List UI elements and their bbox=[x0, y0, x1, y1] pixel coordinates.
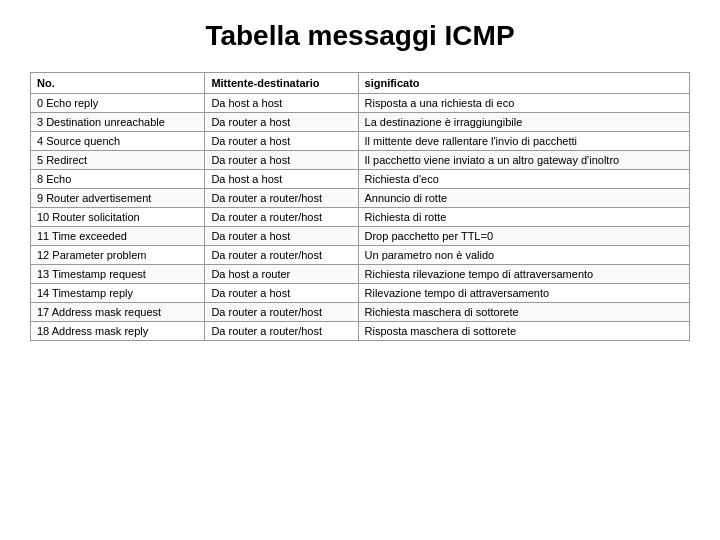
table-row: 0 Echo replyDa host a hostRisposta a una… bbox=[31, 94, 690, 113]
table-row: 10 Router solicitationDa router a router… bbox=[31, 208, 690, 227]
cell-r1-c0: 3 Destination unreachable bbox=[31, 113, 205, 132]
table-row: 5 RedirectDa router a hostIl pacchetto v… bbox=[31, 151, 690, 170]
col-header-mittente: Mittente-destinatario bbox=[205, 73, 358, 94]
cell-r11-c2: Richiesta maschera di sottorete bbox=[358, 303, 689, 322]
cell-r0-c2: Risposta a una richiesta di eco bbox=[358, 94, 689, 113]
table-row: 8 EchoDa host a hostRichiesta d'eco bbox=[31, 170, 690, 189]
cell-r12-c0: 18 Address mask reply bbox=[31, 322, 205, 341]
cell-r10-c0: 14 Timestamp reply bbox=[31, 284, 205, 303]
cell-r0-c0: 0 Echo reply bbox=[31, 94, 205, 113]
cell-r6-c0: 10 Router solicitation bbox=[31, 208, 205, 227]
cell-r7-c0: 11 Time exceeded bbox=[31, 227, 205, 246]
cell-r3-c2: Il pacchetto viene inviato a un altro ga… bbox=[358, 151, 689, 170]
cell-r8-c0: 12 Parameter problem bbox=[31, 246, 205, 265]
table-row: 14 Timestamp replyDa router a hostRileva… bbox=[31, 284, 690, 303]
cell-r8-c1: Da router a router/host bbox=[205, 246, 358, 265]
col-header-significato: significato bbox=[358, 73, 689, 94]
cell-r0-c1: Da host a host bbox=[205, 94, 358, 113]
cell-r11-c0: 17 Address mask request bbox=[31, 303, 205, 322]
cell-r9-c1: Da host a router bbox=[205, 265, 358, 284]
table-row: 4 Source quenchDa router a hostIl mitten… bbox=[31, 132, 690, 151]
table-row: 18 Address mask replyDa router a router/… bbox=[31, 322, 690, 341]
cell-r3-c1: Da router a host bbox=[205, 151, 358, 170]
col-header-no: No. bbox=[31, 73, 205, 94]
cell-r3-c0: 5 Redirect bbox=[31, 151, 205, 170]
table-row: 9 Router advertisementDa router a router… bbox=[31, 189, 690, 208]
table-row: 17 Address mask requestDa router a route… bbox=[31, 303, 690, 322]
cell-r4-c1: Da host a host bbox=[205, 170, 358, 189]
cell-r9-c0: 13 Timestamp request bbox=[31, 265, 205, 284]
icmp-table: No. Mittente-destinatario significato 0 … bbox=[30, 72, 690, 341]
cell-r8-c2: Un parametro non è valido bbox=[358, 246, 689, 265]
cell-r5-c0: 9 Router advertisement bbox=[31, 189, 205, 208]
cell-r10-c2: Rilevazione tempo di attraversamento bbox=[358, 284, 689, 303]
cell-r2-c0: 4 Source quench bbox=[31, 132, 205, 151]
cell-r6-c1: Da router a router/host bbox=[205, 208, 358, 227]
cell-r11-c1: Da router a router/host bbox=[205, 303, 358, 322]
page: Tabella messaggi ICMP No. Mittente-desti… bbox=[0, 0, 720, 540]
cell-r4-c2: Richiesta d'eco bbox=[358, 170, 689, 189]
table-row: 3 Destination unreachableDa router a hos… bbox=[31, 113, 690, 132]
cell-r5-c2: Annuncio di rotte bbox=[358, 189, 689, 208]
cell-r12-c1: Da router a router/host bbox=[205, 322, 358, 341]
cell-r6-c2: Richiesta di rotte bbox=[358, 208, 689, 227]
cell-r7-c1: Da router a host bbox=[205, 227, 358, 246]
table-row: 11 Time exceededDa router a hostDrop pac… bbox=[31, 227, 690, 246]
cell-r1-c2: La destinazione è irraggiungibile bbox=[358, 113, 689, 132]
cell-r2-c2: Il mittente deve rallentare l'invio di p… bbox=[358, 132, 689, 151]
page-title: Tabella messaggi ICMP bbox=[30, 20, 690, 52]
table-row: 12 Parameter problemDa router a router/h… bbox=[31, 246, 690, 265]
table-header-row: No. Mittente-destinatario significato bbox=[31, 73, 690, 94]
table-row: 13 Timestamp requestDa host a routerRich… bbox=[31, 265, 690, 284]
cell-r4-c0: 8 Echo bbox=[31, 170, 205, 189]
cell-r5-c1: Da router a router/host bbox=[205, 189, 358, 208]
cell-r1-c1: Da router a host bbox=[205, 113, 358, 132]
cell-r12-c2: Risposta maschera di sottorete bbox=[358, 322, 689, 341]
cell-r9-c2: Richiesta rilevazione tempo di attravers… bbox=[358, 265, 689, 284]
cell-r2-c1: Da router a host bbox=[205, 132, 358, 151]
cell-r10-c1: Da router a host bbox=[205, 284, 358, 303]
cell-r7-c2: Drop pacchetto per TTL=0 bbox=[358, 227, 689, 246]
